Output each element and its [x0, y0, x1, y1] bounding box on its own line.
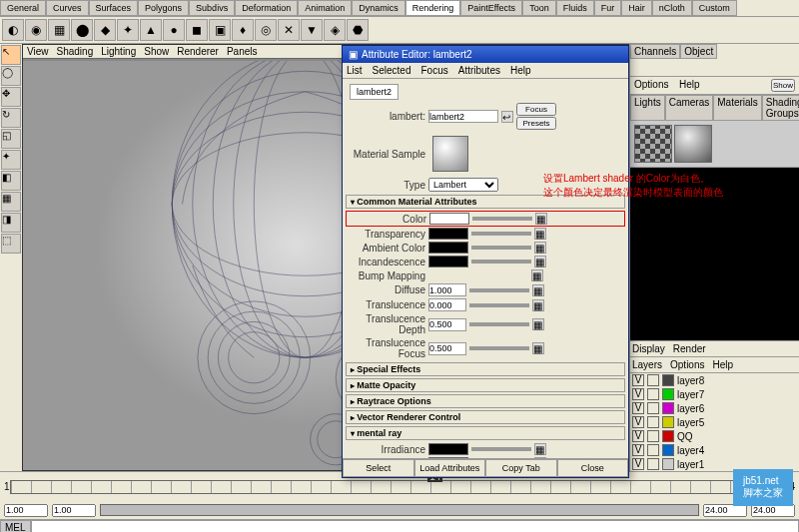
- tool-icon[interactable]: ◨: [1, 213, 21, 233]
- vp-menu-item[interactable]: Show: [144, 46, 169, 57]
- focus-button[interactable]: Focus: [516, 103, 556, 116]
- range-min[interactable]: [52, 504, 96, 517]
- tab-render[interactable]: Render: [673, 343, 706, 354]
- map-button-icon[interactable]: ▦: [532, 342, 544, 354]
- section-fx[interactable]: Special Effects: [346, 362, 625, 376]
- layer-row[interactable]: Vlayer7: [630, 387, 799, 401]
- show-button[interactable]: Show: [771, 79, 795, 92]
- hyper-tab[interactable]: Cameras: [665, 95, 714, 121]
- value-input[interactable]: [428, 318, 466, 331]
- layer-state[interactable]: [647, 374, 659, 386]
- shelf-tab[interactable]: Curves: [46, 0, 89, 16]
- slider[interactable]: [471, 232, 531, 236]
- shelf-tab[interactable]: Fur: [594, 0, 622, 16]
- shelf-tool-icon[interactable]: ▦: [48, 19, 70, 41]
- shelf-tab[interactable]: Toon: [522, 0, 556, 16]
- map-button-icon[interactable]: ▦: [532, 318, 544, 330]
- shelf-tab[interactable]: Hair: [621, 0, 652, 16]
- shelf-tool-icon[interactable]: ◎: [255, 19, 277, 41]
- shelf-tool-icon[interactable]: ◈: [324, 19, 346, 41]
- dlg-menu-item[interactable]: Selected: [373, 65, 411, 76]
- section-mr[interactable]: mental ray: [346, 426, 625, 440]
- shelf-tab[interactable]: PaintEffects: [460, 0, 522, 16]
- shelf-tab[interactable]: Fluids: [556, 0, 594, 16]
- layer-state[interactable]: [647, 402, 659, 414]
- presets-button[interactable]: Presets: [516, 117, 556, 130]
- layer-state[interactable]: [647, 458, 659, 470]
- dlg-menu-item[interactable]: Focus: [420, 65, 447, 76]
- vis-toggle[interactable]: V: [632, 388, 644, 400]
- shelf-tab[interactable]: Rendering: [405, 0, 461, 16]
- help-menu[interactable]: Help: [679, 79, 700, 90]
- move-tool-icon[interactable]: ✥: [1, 87, 21, 107]
- tool-icon[interactable]: ▦: [1, 192, 21, 212]
- shelf-tool-icon[interactable]: ◉: [25, 19, 47, 41]
- color-swatch[interactable]: [428, 457, 468, 458]
- layer-state[interactable]: [647, 416, 659, 428]
- scale-tool-icon[interactable]: ◱: [1, 129, 21, 149]
- hyper-tab[interactable]: Materials: [713, 95, 762, 121]
- map-button-icon[interactable]: ▦: [532, 299, 544, 311]
- shelf-tool-icon[interactable]: ✦: [117, 19, 139, 41]
- shelf-tab[interactable]: Surfaces: [89, 0, 139, 16]
- map-button-icon[interactable]: ▦: [535, 213, 547, 225]
- tool-icon[interactable]: ⬚: [1, 234, 21, 254]
- vis-toggle[interactable]: V: [632, 416, 644, 428]
- name-field[interactable]: [428, 110, 498, 123]
- vis-toggle[interactable]: V: [632, 458, 644, 470]
- copy-tab-button[interactable]: Copy Tab: [485, 459, 557, 477]
- color-swatch[interactable]: [428, 443, 468, 455]
- map-button-icon[interactable]: ▦: [534, 228, 546, 240]
- time-ticks[interactable]: 14: [10, 480, 784, 494]
- cmd-input[interactable]: [31, 520, 799, 532]
- slider[interactable]: [471, 447, 531, 451]
- dlg-menu-item[interactable]: Help: [510, 65, 531, 76]
- layer-color[interactable]: [662, 444, 674, 456]
- shelf-tool-icon[interactable]: ●: [163, 19, 185, 41]
- slider[interactable]: [469, 346, 529, 350]
- slider[interactable]: [471, 246, 531, 250]
- layer-state[interactable]: [647, 388, 659, 400]
- shelf-tool-icon[interactable]: ⬣: [347, 19, 369, 41]
- options-menu[interactable]: Options: [634, 79, 668, 90]
- range-bar[interactable]: [100, 504, 699, 516]
- layer-color[interactable]: [662, 402, 674, 414]
- section-ray[interactable]: Raytrace Options: [346, 394, 625, 408]
- select-button[interactable]: Select: [343, 459, 414, 477]
- slider[interactable]: [469, 322, 529, 326]
- layer-color[interactable]: [662, 458, 674, 470]
- map-button-icon[interactable]: ▦: [532, 284, 544, 296]
- color-swatch[interactable]: [428, 256, 468, 267]
- layer-row[interactable]: Vlayer5: [630, 415, 799, 429]
- layer-row[interactable]: Vlayer4: [630, 443, 799, 457]
- map-button-icon[interactable]: ▦: [531, 269, 543, 281]
- rotate-tool-icon[interactable]: ↻: [1, 108, 21, 128]
- vp-menu-item[interactable]: Lighting: [101, 46, 136, 57]
- value-input[interactable]: [428, 342, 466, 355]
- swatch-lambert1[interactable]: [634, 125, 672, 163]
- layer-color[interactable]: [662, 388, 674, 400]
- shelf-tab[interactable]: Polygons: [138, 0, 189, 16]
- vp-menu-item[interactable]: View: [27, 46, 49, 57]
- panel-tab[interactable]: Channels: [630, 44, 680, 59]
- panel-tab[interactable]: Object: [680, 44, 717, 59]
- load-attributes-button[interactable]: Load Attributes: [414, 459, 486, 477]
- value-input[interactable]: [428, 298, 466, 311]
- dlg-menu-item[interactable]: List: [347, 65, 363, 76]
- dialog-titlebar[interactable]: ▣ Attribute Editor: lambert2: [343, 46, 628, 63]
- layer-color[interactable]: [662, 430, 674, 442]
- shelf-tab[interactable]: Dynamics: [352, 0, 405, 16]
- layer-menu-item[interactable]: Options: [670, 359, 704, 370]
- map-button-icon[interactable]: ▦: [534, 242, 546, 254]
- layer-row[interactable]: VQQ: [630, 429, 799, 443]
- shelf-tab[interactable]: nCloth: [652, 0, 692, 16]
- shelf-tool-icon[interactable]: ◼: [186, 19, 208, 41]
- shelf-tab[interactable]: Custom: [692, 0, 737, 16]
- layer-color[interactable]: [662, 416, 674, 428]
- hyper-tab[interactable]: Shading Groups: [762, 95, 799, 121]
- vis-toggle[interactable]: V: [632, 374, 644, 386]
- slider[interactable]: [471, 260, 531, 264]
- swatch-shader[interactable]: [674, 125, 712, 163]
- color-swatch[interactable]: [429, 213, 469, 225]
- range-start[interactable]: [4, 504, 48, 517]
